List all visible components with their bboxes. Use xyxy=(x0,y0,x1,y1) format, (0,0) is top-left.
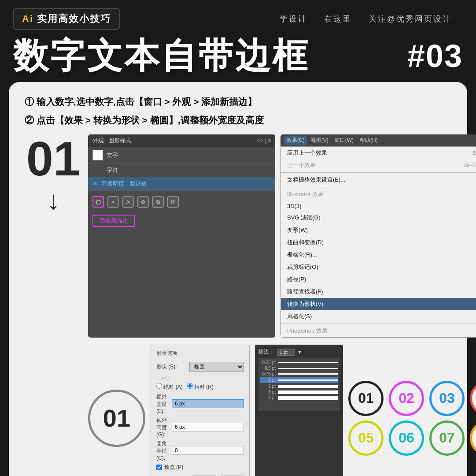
ap-footer: ▢ ▪ fx ⊘ ⧉ 🗑 xyxy=(88,193,275,211)
dialog-shape-row: 形状 (S): 椭圆 xyxy=(156,362,244,372)
stroke-line-075: 0.75 pt xyxy=(260,372,338,376)
dm-illustrator-effects: Illustrator 效果 xyxy=(281,188,476,201)
circle-04-num: 04 xyxy=(470,381,476,416)
stroke-line-bar-05 xyxy=(278,368,338,369)
square-icon-btn[interactable]: ▢ xyxy=(92,196,104,208)
tagline-learn: 学设计 xyxy=(280,15,307,23)
shape-dialog: 形状选项 形状 (S): 椭圆 大小 绝对 (A) xyxy=(151,345,250,476)
stroke-size-1: 1 pt xyxy=(260,378,276,383)
top-panels: 外观 图形样式 >> | ≡ 文字 字符 👁 xyxy=(88,134,476,338)
stroke-line-bar-4 xyxy=(278,396,338,400)
dm-sep3 xyxy=(281,324,476,324)
eye-icon: 👁 xyxy=(92,180,99,187)
radio-relative[interactable] xyxy=(187,383,193,389)
corners-row: 圆角半径 (C): xyxy=(156,440,244,461)
circle-07-num: 07 xyxy=(429,420,465,456)
dm-svg[interactable]: SVG 滤镜(G)▶ xyxy=(281,212,476,224)
stroke-line-4: 4 pt xyxy=(260,395,338,400)
app-container: Ai 实用高效小技巧 学设计 在这里 关注@优秀网页设计 数字文本自带边框 #0… xyxy=(0,0,476,476)
menu-window[interactable]: 窗口(W) xyxy=(332,136,356,145)
dm-last-effect[interactable]: 上一个效果Alt+Shift+Ctrl+E xyxy=(281,159,476,171)
title-area: 数字文本自带边框 #03 xyxy=(0,34,476,82)
dropdown-menu: 应用上一个效果Shift+Ctrl+E 上一个效果Alt+Shift+Ctrl+… xyxy=(280,146,476,338)
dm-sep2 xyxy=(281,187,476,187)
ap-row-text: 文字 xyxy=(88,147,275,164)
size-section-label: 大小 xyxy=(156,374,244,383)
stroke-value-input[interactable] xyxy=(277,349,295,356)
stroke-line-bar-1 xyxy=(278,379,338,381)
circles-row-1: 01 02 03 04 xyxy=(348,381,476,416)
dm-warp[interactable]: 变形(W)▶ xyxy=(281,224,476,236)
fill-icon-btn[interactable]: ▪ xyxy=(107,196,119,208)
stroke-preview-area: 0.25 pt 0.5 pt 0.75 pt xyxy=(258,358,339,411)
dm-path[interactable]: 路径(P)▶ xyxy=(281,273,476,286)
extra-width-input[interactable] xyxy=(172,399,244,408)
fx-icon-btn[interactable]: fx xyxy=(122,196,134,208)
dm-convert-shape[interactable]: 转换为形状(V)▶ 矩形(R)... 圆角矩形(D)... 椭圆(E)... xyxy=(281,298,476,310)
stroke-label: 描边： xyxy=(258,348,274,356)
delete-icon-btn[interactable]: 🗑 xyxy=(167,196,179,208)
stroke-line-bar-075 xyxy=(278,373,338,375)
main-title: 数字文本自带边框 xyxy=(13,38,309,74)
dm-3d[interactable]: 3D(3)▶ xyxy=(281,201,476,212)
circle-06-num: 06 xyxy=(389,420,424,456)
stroke-line-bar-3 xyxy=(278,390,338,394)
stroke-size-2: 2 pt xyxy=(260,384,276,389)
menu-view[interactable]: 视图(V) xyxy=(308,136,331,145)
bottom-panels: 01 形状选项 形状 (S): 椭圆 大小 xyxy=(88,345,476,476)
dm-crop-marks[interactable]: 裁剪标记(O) xyxy=(281,261,476,273)
color-swatch xyxy=(92,150,103,160)
circle-08-num: 08 xyxy=(470,420,476,456)
dm-rasterize[interactable]: 栅格化(R)... xyxy=(281,249,476,261)
ai-prefix: Ai xyxy=(22,13,33,24)
radio-relative-label[interactable]: 相对 (R) xyxy=(187,383,214,391)
eye-off-icon-btn[interactable]: ⊘ xyxy=(137,196,149,208)
add-stroke-button[interactable]: 添加新描边 xyxy=(92,215,135,227)
corners-input[interactable] xyxy=(172,446,244,455)
number-tag: #03 xyxy=(407,38,463,74)
color-circles-col: 01 02 03 04 05 06 07 08 xyxy=(348,345,476,476)
ap-row-opacity: 👁 不透明度：默认值 xyxy=(88,177,275,191)
copy-icon-btn[interactable]: ⧉ xyxy=(152,196,164,208)
dm-stylize[interactable]: 风格化(S)▶ xyxy=(281,310,476,323)
stroke-line-bar-2 xyxy=(278,385,338,388)
stroke-line-025: 0.25 pt xyxy=(260,360,338,365)
size-radio-group: 绝对 (A) 相对 (R) xyxy=(156,383,244,391)
panels-row: 01 ↓ 外观 图形样式 >> | ≡ xyxy=(25,134,451,476)
subtitle: 实用高效小技巧 xyxy=(37,13,111,24)
stroke-size-3: 3 pt xyxy=(260,390,276,394)
circle-01-wrapper: 01 xyxy=(88,345,145,476)
dm-apply-last[interactable]: 应用上一个效果Shift+Ctrl+E xyxy=(281,147,476,159)
stroke-size-025: 0.25 pt xyxy=(260,360,276,365)
dm-distort[interactable]: 扭曲和变换(D)▶ xyxy=(281,236,476,249)
stroke-unit: ▼ xyxy=(297,350,302,355)
stroke-header: 描边： ▼ xyxy=(258,348,339,356)
app-title-box: Ai 实用高效小技巧 xyxy=(13,8,120,30)
circle-03-num: 03 xyxy=(429,381,465,416)
arrow-down-icon: ↓ xyxy=(47,187,60,214)
stroke-line-05: 0.5 pt xyxy=(260,366,338,371)
dm-photoshop: Photoshop 效果 xyxy=(281,325,476,337)
shape-select[interactable]: 椭圆 xyxy=(189,362,244,372)
menu-help[interactable]: 帮助(H) xyxy=(357,136,380,145)
content-area: ① 输入数字,选中数字,点击【窗口 > 外观 > 添加新描边】 ② 点击【效果 … xyxy=(9,82,467,476)
stroke-lines: 0.25 pt 0.5 pt 0.75 pt xyxy=(258,358,339,402)
preview-checkbox[interactable] xyxy=(156,465,162,470)
radio-absolute-label[interactable]: 绝对 (A) xyxy=(156,383,183,391)
dm-raster-settings[interactable]: 文档栅格效果设置(E)... xyxy=(281,174,476,186)
menu-bar: 效果(C) 视图(V) 窗口(W) 帮助(H) ▪▪▪ ▼ xyxy=(280,134,476,146)
dm-pathfinder[interactable]: 路径查找器(F)▶ xyxy=(281,286,476,298)
ap-row-text-label: 文字 xyxy=(107,151,118,159)
preview-row: 预览 (P) xyxy=(156,464,244,471)
tagline-here: 在这里 xyxy=(324,15,352,23)
menu-effect[interactable]: 效果(C) xyxy=(284,136,307,145)
radio-absolute[interactable] xyxy=(156,383,162,389)
stroke-line-1: 1 pt xyxy=(260,377,338,383)
circle-05-num: 05 xyxy=(348,420,384,456)
extra-height-input[interactable] xyxy=(172,423,244,431)
ap-row-opacity-label: 不透明度：默认值 xyxy=(101,180,147,188)
header: Ai 实用高效小技巧 学设计 在这里 关注@优秀网页设计 xyxy=(0,0,476,34)
stroke-size-4: 4 pt xyxy=(260,395,276,400)
step-1-text: ① 输入数字,选中数字,点击【窗口 > 外观 > 添加新描边】 xyxy=(25,94,451,109)
circle-01-text: 01 xyxy=(103,406,130,431)
